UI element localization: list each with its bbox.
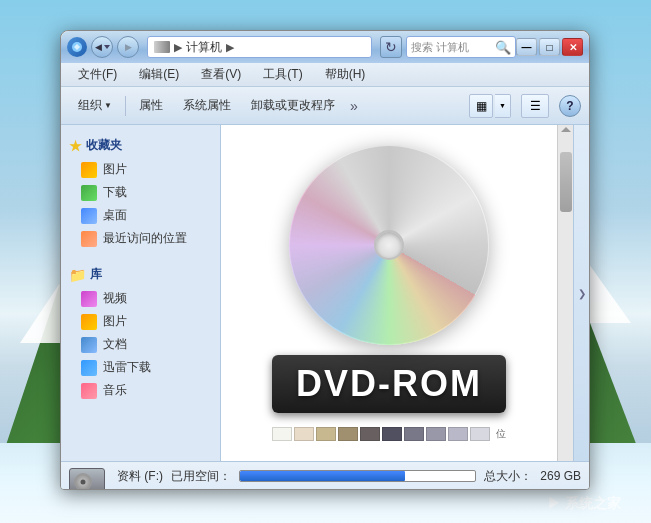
minimize-button[interactable]: — — [516, 38, 537, 56]
local-disk-label: 本地磁盘 — [117, 489, 161, 491]
maximize-button[interactable]: □ — [539, 38, 560, 56]
status-row-1: 资料 (F:) 已用空间： 总大小： 269 GB — [117, 468, 581, 485]
favorites-label: 收藏夹 — [86, 137, 122, 154]
favorites-section: ★ 收藏夹 图片 下载 桌面 最近访问的位置 — [61, 133, 220, 250]
pics2-icon — [81, 314, 97, 330]
organize-button[interactable]: 组织 ▼ — [69, 93, 121, 119]
back-button[interactable]: ◀ — [91, 36, 113, 58]
search-icon[interactable]: 🔍 — [495, 40, 511, 55]
swatch-7 — [426, 427, 446, 441]
sidebar-item-pics[interactable]: 图片 — [61, 158, 220, 181]
progress-fill — [240, 471, 405, 481]
disk-name: 资料 (F:) — [117, 468, 163, 485]
sidebar-item-desktop[interactable]: 桌面 — [61, 204, 220, 227]
close-button[interactable]: ✕ — [562, 38, 583, 56]
fs-value: NTFS — [550, 489, 581, 490]
sidebar-thunder-label: 迅雷下载 — [103, 359, 151, 376]
library-section: 📁 库 视频 图片 文档 迅雷下载 — [61, 262, 220, 402]
properties-button[interactable]: 属性 — [130, 93, 172, 119]
swatch-3 — [338, 427, 358, 441]
toolbar: 组织 ▼ 属性 系统属性 卸载或更改程序 » ▦ ▼ ☰ ? — [61, 87, 589, 125]
library-label: 库 — [90, 266, 102, 283]
docs-icon — [81, 337, 97, 353]
view-toggle-button[interactable]: ▦ — [469, 94, 493, 118]
library-header[interactable]: 📁 库 — [61, 262, 220, 287]
main-view: DVD-ROM 位 — [221, 125, 573, 461]
scroll-up-arrow — [561, 127, 571, 132]
star-icon: ★ — [69, 138, 82, 154]
title-bar-left: ◀ ▶ ▶ 计算机 ▶ ↻ 搜索 计算机 🔍 — [67, 36, 516, 58]
recent-icon — [81, 231, 97, 247]
system-props-label: 系统属性 — [183, 97, 231, 114]
view-dropdown-button[interactable]: ▼ — [495, 94, 511, 118]
uninstall-button[interactable]: 卸载或更改程序 — [242, 93, 344, 119]
sidebar-docs-label: 文档 — [103, 336, 127, 353]
swatch-1 — [294, 427, 314, 441]
sidebar-desktop-label: 桌面 — [103, 207, 127, 224]
collapse-icon: ❯ — [578, 288, 586, 299]
menu-help[interactable]: 帮助(H) — [316, 62, 375, 88]
swatch-6 — [404, 427, 424, 441]
dvd-disc — [289, 145, 489, 345]
swatch-0 — [272, 427, 292, 441]
content-area: ★ 收藏夹 图片 下载 桌面 最近访问的位置 — [61, 125, 589, 461]
sidebar-item-video[interactable]: 视频 — [61, 287, 220, 310]
total-value: 269 GB — [540, 469, 581, 483]
sidebar-pics2-label: 图片 — [103, 313, 127, 330]
help-button[interactable]: ? — [559, 95, 581, 117]
menu-file[interactable]: 文件(F) — [69, 62, 126, 88]
free-label: 可用空间： — [169, 488, 229, 491]
toolbar-more[interactable]: » — [346, 98, 362, 114]
hdd-body — [69, 468, 105, 491]
help-icon: ? — [566, 99, 573, 113]
disk-icon — [69, 468, 109, 491]
progress-bar — [239, 470, 476, 482]
system-props-button[interactable]: 系统属性 — [174, 93, 240, 119]
main-scrollbar[interactable] — [557, 125, 573, 461]
disk-icon-container — [69, 468, 109, 491]
dvd-content: DVD-ROM 位 — [221, 125, 557, 461]
used-label: 已用空间： — [171, 468, 231, 485]
back-arrow: ◀ — [95, 42, 110, 52]
dvd-disc-container — [289, 145, 489, 345]
sidebar-pics-label: 图片 — [103, 161, 127, 178]
status-row-2: 本地磁盘 可用空间： 81.2 GB 文件系统： NTFS — [117, 488, 581, 491]
properties-label: 属性 — [139, 97, 163, 114]
fs-label: 文件系统： — [482, 488, 542, 491]
sidebar-item-pics2[interactable]: 图片 — [61, 310, 220, 333]
window-icon — [67, 37, 87, 57]
sidebar-item-thunder[interactable]: 迅雷下载 — [61, 356, 220, 379]
refresh-button[interactable]: ↻ — [380, 36, 402, 58]
detail-view-icon: ☰ — [530, 99, 541, 113]
sidebar-video-label: 视频 — [103, 290, 127, 307]
music-icon — [81, 383, 97, 399]
menu-edit[interactable]: 编辑(E) — [130, 62, 188, 88]
organize-arrow: ▼ — [104, 101, 112, 110]
uninstall-label: 卸载或更改程序 — [251, 97, 335, 114]
sidebar-item-music[interactable]: 音乐 — [61, 379, 220, 402]
color-swatches: 位 — [268, 423, 510, 445]
view-dropdown-arrow: ▼ — [499, 102, 506, 109]
sidebar-item-recent[interactable]: 最近访问的位置 — [61, 227, 220, 250]
favorites-header[interactable]: ★ 收藏夹 — [61, 133, 220, 158]
sidebar-item-docs[interactable]: 文档 — [61, 333, 220, 356]
menu-tools[interactable]: 工具(T) — [254, 62, 311, 88]
total-label: 总大小： — [484, 468, 532, 485]
menu-view[interactable]: 查看(V) — [192, 62, 250, 88]
forward-button[interactable]: ▶ — [117, 36, 139, 58]
scroll-thumb[interactable] — [560, 152, 572, 212]
sidebar-item-download[interactable]: 下载 — [61, 181, 220, 204]
hdd-platter — [74, 473, 92, 491]
watermark: ▶ 系统之家 — [547, 495, 621, 513]
window-controls: — □ ✕ — [516, 38, 583, 56]
search-bar[interactable]: 搜索 计算机 🔍 — [406, 36, 516, 58]
desktop-icon — [81, 208, 97, 224]
refresh-icon: ↻ — [385, 39, 397, 55]
sidebar-music-label: 音乐 — [103, 382, 127, 399]
right-panel-handle[interactable]: ❯ — [573, 125, 589, 461]
address-bar[interactable]: ▶ 计算机 ▶ — [147, 36, 372, 58]
address-bar-icon — [154, 41, 170, 53]
explorer-window: ◀ ▶ ▶ 计算机 ▶ ↻ 搜索 计算机 🔍 — [60, 30, 590, 490]
detail-view-button[interactable]: ☰ — [521, 94, 549, 118]
search-placeholder: 搜索 计算机 — [411, 40, 491, 55]
